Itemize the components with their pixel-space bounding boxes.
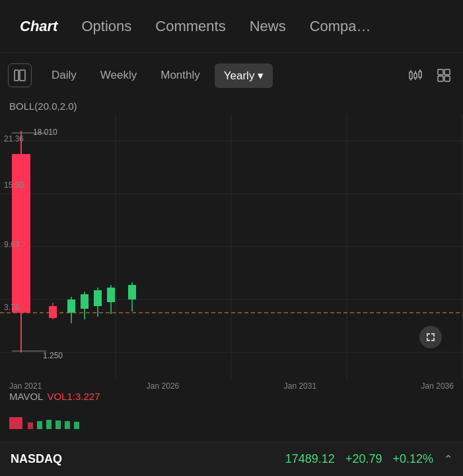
boll-low-label: 1.250 — [43, 351, 63, 360]
svg-rect-32 — [67, 299, 75, 313]
nav-options[interactable]: Options — [69, 18, 143, 35]
svg-rect-26 — [12, 154, 30, 313]
nav-chart[interactable]: Chart — [8, 18, 69, 35]
sidebar-toggle-icon[interactable] — [8, 63, 32, 87]
boll-high-label: 18.010 — [33, 128, 57, 137]
svg-rect-34 — [81, 294, 89, 309]
svg-rect-40 — [128, 285, 136, 299]
svg-rect-14 — [445, 76, 450, 81]
svg-rect-47 — [65, 421, 70, 429]
top-navigation: Chart Options Comments News Compa… — [0, 0, 463, 53]
nasdaq-bar: NASDAQ 17489.12 +20.79 +0.12% ⌃ — [0, 442, 463, 476]
svg-rect-1 — [20, 70, 25, 81]
svg-rect-11 — [438, 69, 443, 75]
svg-rect-30 — [49, 306, 57, 318]
svg-rect-13 — [438, 76, 443, 81]
y-label-mid2: 9.63 — [4, 240, 19, 249]
price-chart[interactable]: 21.36 15.50 9.63 3.76 18.010 1.250 — [0, 114, 463, 379]
yearly-button[interactable]: Yearly ▾ — [215, 63, 273, 88]
svg-rect-43 — [28, 422, 33, 429]
nasdaq-price: 17489.12 — [285, 452, 335, 466]
mavol-section: MAVOL VOL1:3.227 — [0, 384, 463, 408]
x-label-2036: Jan 2036 — [421, 381, 454, 391]
svg-rect-2 — [410, 72, 412, 79]
nav-comments[interactable]: Comments — [143, 18, 237, 35]
svg-rect-44 — [37, 421, 42, 429]
y-label-mid1: 15.50 — [4, 180, 24, 190]
nasdaq-label: NASDAQ — [11, 452, 90, 466]
svg-rect-48 — [74, 422, 79, 429]
candlestick-icon[interactable] — [404, 64, 426, 87]
daily-button[interactable]: Daily — [42, 63, 86, 87]
monthly-button[interactable]: Monthly — [151, 63, 209, 87]
volume-area — [0, 408, 463, 432]
nav-news[interactable]: News — [238, 18, 298, 35]
x-label-2026: Jan 2026 — [147, 381, 179, 391]
y-label-top: 21.36 — [4, 134, 24, 143]
x-label-2031: Jan 2031 — [284, 381, 316, 391]
svg-rect-38 — [107, 288, 115, 302]
nav-company[interactable]: Compa… — [298, 18, 383, 35]
nasdaq-change: +20.79 — [345, 452, 382, 466]
svg-rect-45 — [46, 420, 52, 429]
reset-view-icon[interactable] — [419, 326, 442, 348]
boll-indicator: BOLL(20.0,2.0) — [0, 98, 463, 114]
nasdaq-pct: +0.12% — [392, 452, 433, 466]
svg-rect-46 — [55, 420, 61, 429]
y-label-bottom: 3.76 — [4, 303, 19, 312]
svg-rect-12 — [445, 69, 450, 75]
svg-rect-5 — [414, 73, 417, 78]
weekly-button[interactable]: Weekly — [91, 63, 146, 87]
mavol-label: MAVOL — [9, 391, 43, 402]
svg-rect-0 — [15, 70, 18, 81]
svg-rect-8 — [419, 71, 421, 77]
chart-toolbar: Daily Weekly Monthly Yearly ▾ — [0, 53, 463, 98]
mavol-value: VOL1:3.227 — [47, 391, 100, 402]
x-label-2021: Jan 2021 — [9, 381, 42, 391]
svg-rect-36 — [94, 290, 102, 306]
svg-rect-42 — [9, 417, 22, 429]
grid-icon[interactable] — [433, 64, 455, 87]
expand-icon[interactable]: ⌃ — [444, 453, 452, 465]
